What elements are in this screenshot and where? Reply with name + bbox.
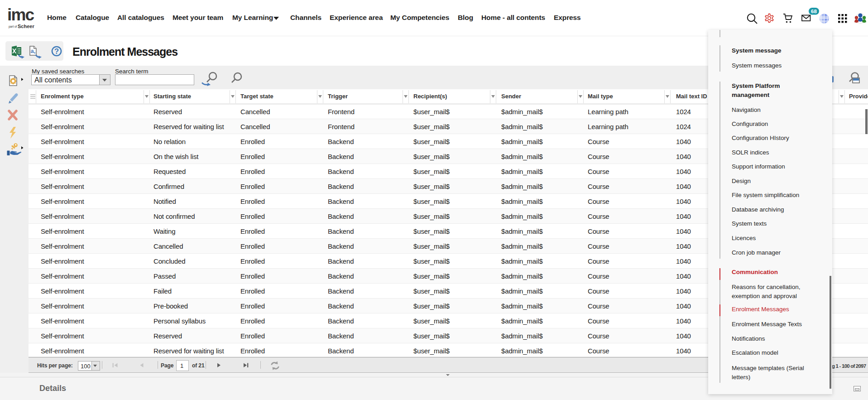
svg-text:68: 68 xyxy=(811,9,817,14)
svg-text:Scheer: Scheer xyxy=(18,24,34,29)
svg-text:imc: imc xyxy=(7,5,34,24)
svg-text:a,: a, xyxy=(31,48,36,54)
svg-text:?: ? xyxy=(54,47,59,55)
svg-text:part of: part of xyxy=(9,25,17,29)
